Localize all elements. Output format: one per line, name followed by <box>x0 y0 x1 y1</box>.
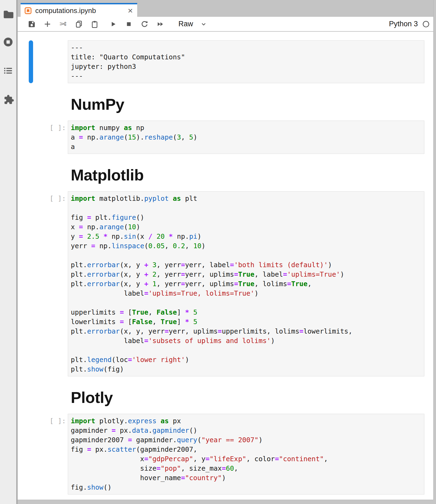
raw-cell: ---title: "Quarto Computations"jupyter: … <box>18 40 434 83</box>
cell-editor[interactable]: import plotly.express as pxgapminder = p… <box>68 414 424 495</box>
active-cell-collapser[interactable] <box>29 40 33 83</box>
notebook-file-icon <box>24 7 32 14</box>
list-icon <box>2 65 14 76</box>
code-line: plt.show(fig) <box>71 364 421 374</box>
interrupt-kernel-button[interactable] <box>124 20 133 29</box>
puzzle-icon <box>2 94 14 105</box>
code-cell: [ ]:import numpy as npa = np.arange(15).… <box>18 121 434 154</box>
stop-icon <box>125 20 133 28</box>
sidebar-item-table-of-contents[interactable] <box>2 65 14 76</box>
execution-prompt: [ ]: <box>18 194 66 203</box>
copy-icon <box>75 20 83 28</box>
dock-tab-bar: computations.ipynb × <box>18 0 434 17</box>
code-line <box>71 345 421 355</box>
sidebar-item-running-sessions[interactable] <box>2 36 14 48</box>
jupyterlab-window: computations.ipynb × ✄ <box>0 0 436 504</box>
kernel-indicator: Python 3 <box>389 20 434 28</box>
run-cell-button[interactable] <box>108 20 118 29</box>
chevron-down-icon <box>200 21 207 28</box>
code-line: --- <box>71 71 421 81</box>
scissors-icon: ✄ <box>60 20 66 28</box>
left-activity-bar <box>0 0 16 504</box>
right-window-edge <box>433 0 436 504</box>
sidebar-item-extensions[interactable] <box>2 94 14 105</box>
stop-circle-icon <box>2 36 14 48</box>
code-line: hover_name="country") <box>71 473 421 483</box>
cell-type-dropdown[interactable]: Raw <box>178 20 207 28</box>
kernel-name[interactable]: Python 3 <box>389 20 418 28</box>
code-line: title: "Quarto Computations" <box>71 52 421 62</box>
sidebar-divider <box>16 0 18 504</box>
code-line: label='subsets of uplims and lolims') <box>71 336 421 345</box>
fast-forward-icon <box>156 20 164 28</box>
save-icon <box>28 20 36 28</box>
notebook-cells: ---title: "Quarto Computations"jupyter: … <box>18 40 434 495</box>
code-line: import numpy as np <box>71 123 421 133</box>
cell-editor[interactable]: import numpy as npa = np.arange(15).resh… <box>68 121 424 154</box>
cell-editor[interactable]: ---title: "Quarto Computations"jupyter: … <box>68 40 424 83</box>
code-line <box>71 298 421 308</box>
code-cell: [ ]:import plotly.express as pxgapminder… <box>18 414 434 495</box>
code-line: fig = plt.figure() <box>71 213 421 222</box>
cell-type-value: Raw <box>178 20 193 28</box>
code-line: --- <box>71 43 421 52</box>
sidebar-item-file-browser[interactable] <box>2 9 14 20</box>
code-line: fig = px.scatter(gapminder2007, <box>71 445 421 454</box>
execution-prompt: [ ]: <box>18 123 66 133</box>
insert-cell-button[interactable] <box>43 20 52 29</box>
code-line: upperlimits = [True, False] * 5 <box>71 308 421 317</box>
plus-icon <box>43 20 52 28</box>
code-line: lowerlimits = [False, True] * 5 <box>71 317 421 327</box>
close-icon[interactable]: × <box>127 6 133 15</box>
cell-editor[interactable]: import matplotlib.pyplot as plt fig = pl… <box>68 191 424 376</box>
code-line: import plotly.express as px <box>71 416 421 426</box>
folder-icon <box>2 9 14 20</box>
code-line: a <box>71 142 421 151</box>
markdown-heading-cell[interactable]: Matplotlib <box>71 164 434 186</box>
code-line: plt.errorbar(x, y + 3, yerr=yerr, label=… <box>71 260 421 270</box>
code-line: x = np.arange(10) <box>71 222 421 232</box>
notebook-panel: ---title: "Quarto Computations"jupyter: … <box>18 32 434 500</box>
code-line: import matplotlib.pyplot as plt <box>71 194 421 203</box>
code-line: fig.show() <box>71 483 421 492</box>
code-line: jupyter: python3 <box>71 62 421 71</box>
code-line: plt.errorbar(x, y + 1, yerr=yerr, uplims… <box>71 279 421 289</box>
code-line: plt.errorbar(x, y + 2, yerr=yerr, uplims… <box>71 270 421 279</box>
run-icon <box>109 20 117 28</box>
code-line: yerr = np.linspace(0.05, 0.2, 10) <box>71 241 421 251</box>
notebook-toolbar: ✄ <box>18 17 434 32</box>
save-button[interactable] <box>27 20 36 29</box>
code-line: plt.legend(loc='lower right') <box>71 355 421 364</box>
code-line: gapminder2007 = gapminder.query("year ==… <box>71 435 421 445</box>
execution-prompt: [ ]: <box>18 416 66 426</box>
kernel-status-idle-icon <box>422 20 430 28</box>
code-line: y = 2.5 * np.sin(x / 20 * np.pi) <box>71 232 421 241</box>
markdown-heading-cell[interactable]: NumPy <box>71 93 434 115</box>
restart-icon <box>140 20 149 28</box>
code-line: gapminder = px.data.gapminder() <box>71 426 421 435</box>
code-line: a = np.arange(15).reshape(3, 5) <box>71 133 421 142</box>
bottom-scrollbar-gutter <box>18 500 434 504</box>
code-line: size="pop", size_max=60, <box>71 464 421 473</box>
code-line: label='uplims=True, lolims=True') <box>71 289 421 298</box>
tab-computations-ipynb[interactable]: computations.ipynb × <box>21 3 137 17</box>
restart-kernel-button[interactable] <box>140 20 149 29</box>
code-line: plt.errorbar(x, y, yerr=yerr, uplims=upp… <box>71 327 421 336</box>
code-line <box>71 251 421 260</box>
paste-cells-button[interactable] <box>90 20 99 29</box>
code-line <box>71 203 421 213</box>
cut-cells-button[interactable]: ✄ <box>59 20 68 29</box>
paste-icon <box>91 20 99 28</box>
tab-title: computations.ipynb <box>35 7 124 15</box>
copy-cells-button[interactable] <box>74 20 84 29</box>
restart-run-all-button[interactable] <box>156 20 165 29</box>
code-cell: [ ]:import matplotlib.pyplot as plt fig … <box>18 191 434 376</box>
markdown-heading-cell[interactable]: Plotly <box>71 387 434 408</box>
code-line: x="gdpPercap", y="lifeExp", color="conti… <box>71 454 421 464</box>
